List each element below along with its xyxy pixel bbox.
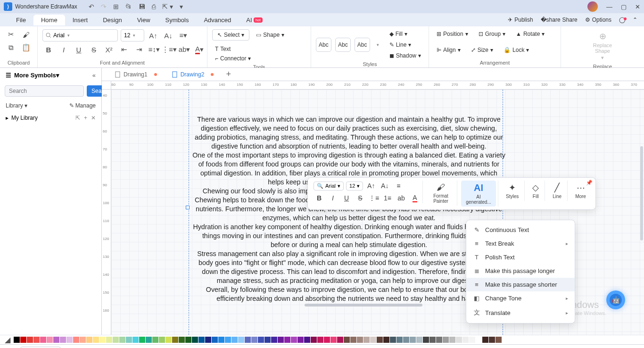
menu-design[interactable]: Design <box>95 15 129 25</box>
sidebar-collapse-icon[interactable]: « <box>92 72 96 79</box>
color-swatch[interactable] <box>264 337 271 343</box>
font-family-select[interactable]: Arial▾ <box>42 29 118 41</box>
minimize-icon[interactable]: — <box>606 3 612 10</box>
color-swatch[interactable] <box>198 337 205 343</box>
line-button[interactable]: ✎ Line ▾ <box>387 40 424 50</box>
connector-tool[interactable]: ⌐ Connector ▾ <box>212 54 254 63</box>
color-swatch[interactable] <box>80 337 86 343</box>
menu-translate[interactable]: 文Translate▸ <box>466 305 575 320</box>
float-highlight-icon[interactable]: ab <box>396 193 407 203</box>
color-swatch[interactable] <box>363 337 370 343</box>
color-swatch[interactable] <box>212 337 218 343</box>
shadow-button[interactable]: ◼ Shadow ▾ <box>387 51 424 60</box>
color-swatch[interactable] <box>139 337 145 343</box>
color-swatch[interactable] <box>40 337 46 343</box>
ribbon-collapse-icon[interactable]: ⌃ <box>633 17 637 23</box>
library-export-icon[interactable]: ⇱ <box>75 115 80 121</box>
color-swatch[interactable] <box>60 337 66 343</box>
close-icon[interactable]: ✕ <box>635 3 640 10</box>
color-swatch[interactable] <box>146 337 152 343</box>
style-preset-1[interactable]: Abc <box>316 38 331 52</box>
menu-home[interactable]: Home <box>33 15 65 25</box>
color-swatch[interactable] <box>350 337 356 343</box>
line-spacing-icon[interactable]: ≡↕▾ <box>148 44 160 55</box>
color-swatch[interactable] <box>165 337 172 343</box>
color-swatch[interactable] <box>410 337 416 343</box>
menu-text-break[interactable]: ≡Text Break▸ <box>466 237 575 250</box>
color-swatch[interactable] <box>291 337 297 343</box>
menu-view[interactable]: View <box>130 15 158 25</box>
indent-right-icon[interactable]: ⇥ <box>133 44 145 55</box>
highlight-icon[interactable]: ab▾ <box>178 44 190 55</box>
color-swatch[interactable] <box>429 337 436 343</box>
color-swatch[interactable] <box>258 337 264 343</box>
paste-icon[interactable]: 📋 <box>20 42 32 53</box>
library-dropdown[interactable]: Library ▾ <box>6 102 27 109</box>
undo-icon[interactable]: ↶ <box>89 3 94 10</box>
indent-left-icon[interactable]: ⇤ <box>118 44 130 55</box>
float-ai-button[interactable]: AIAI generated... <box>461 181 496 207</box>
my-library-item[interactable]: My Library <box>11 115 38 121</box>
color-swatch[interactable] <box>53 337 59 343</box>
color-swatch[interactable] <box>416 337 422 343</box>
menu-continuous-text[interactable]: ✎Continuous Text <box>466 223 575 237</box>
color-swatch[interactable] <box>357 337 363 343</box>
menu-file[interactable]: File <box>8 15 33 25</box>
underline-icon[interactable]: U <box>73 44 85 55</box>
manage-button[interactable]: ✎ Manage <box>69 102 96 109</box>
color-swatch[interactable] <box>132 337 139 343</box>
color-swatch[interactable] <box>126 337 132 343</box>
menu-symbols[interactable]: Symbols <box>158 15 197 25</box>
color-swatch[interactable] <box>192 337 198 343</box>
sidebar-title[interactable]: More Symbols▾ <box>14 72 59 79</box>
color-swatch[interactable] <box>86 337 92 343</box>
format-painter-icon[interactable]: 🖌 <box>20 29 32 40</box>
replace-shape-button[interactable]: ⊕ Replace Shape▾ <box>587 29 618 63</box>
horizontal-scrollbar[interactable] <box>305 304 422 307</box>
menu-shorter[interactable]: ≡Make this passage shorter <box>466 278 575 291</box>
color-swatch[interactable] <box>489 337 495 343</box>
color-swatch[interactable] <box>436 337 442 343</box>
options-button[interactable]: ⚙ Options <box>585 17 611 23</box>
color-swatch[interactable] <box>231 337 238 343</box>
color-swatch[interactable] <box>20 337 26 343</box>
save-icon[interactable]: 💾︎ <box>139 3 145 10</box>
color-swatch[interactable] <box>403 337 409 343</box>
export-icon[interactable]: ⇱ ▾ <box>162 3 173 10</box>
eyedropper-icon[interactable]: ◢ <box>5 335 10 344</box>
color-swatch[interactable] <box>47 337 53 343</box>
float-bullets-icon[interactable]: ⋮≡ <box>368 193 380 203</box>
color-swatch[interactable] <box>245 337 251 343</box>
color-swatch[interactable] <box>370 337 376 343</box>
color-swatch[interactable] <box>317 337 323 343</box>
color-swatch[interactable] <box>443 337 449 343</box>
color-swatch[interactable] <box>495 337 502 343</box>
float-fontcolor-icon[interactable]: A <box>409 193 421 203</box>
align-button[interactable]: ⊫ Align▾ <box>434 45 463 55</box>
add-tab-icon[interactable]: + <box>222 69 235 79</box>
selection-handle-left[interactable] <box>186 206 190 209</box>
tab-drawing1[interactable]: Drawing1 <box>108 69 164 80</box>
shape-tool[interactable]: ▭ Shape ▾ <box>253 29 287 41</box>
italic-icon[interactable]: I <box>58 44 70 55</box>
rotate-button[interactable]: ▲ Rotate▾ <box>513 29 547 39</box>
color-swatch[interactable] <box>383 337 389 343</box>
menu-polish-text[interactable]: TPolish Text <box>466 250 575 264</box>
size-button[interactable]: ⤢ Size▾ <box>468 45 496 55</box>
float-numbers-icon[interactable]: 1≡ <box>382 193 393 203</box>
symbol-search-input[interactable] <box>5 85 84 97</box>
color-swatch[interactable] <box>324 337 330 343</box>
menu-ai[interactable]: AIhot <box>239 15 270 25</box>
decrease-font-icon[interactable]: A↓ <box>162 30 174 41</box>
copy-icon[interactable]: ⧉ <box>5 42 17 53</box>
color-swatch[interactable] <box>225 337 231 343</box>
float-format-painter[interactable]: 🖌Format Painter <box>427 181 455 206</box>
library-close-icon[interactable]: ✕ <box>91 115 96 121</box>
color-swatch[interactable] <box>159 337 165 343</box>
color-swatch[interactable] <box>119 337 125 343</box>
color-swatch[interactable] <box>330 337 337 343</box>
color-swatch[interactable] <box>476 337 482 343</box>
color-swatch[interactable] <box>390 337 396 343</box>
color-swatch[interactable] <box>396 337 403 343</box>
fill-button[interactable]: ◆ Fill ▾ <box>387 29 424 39</box>
